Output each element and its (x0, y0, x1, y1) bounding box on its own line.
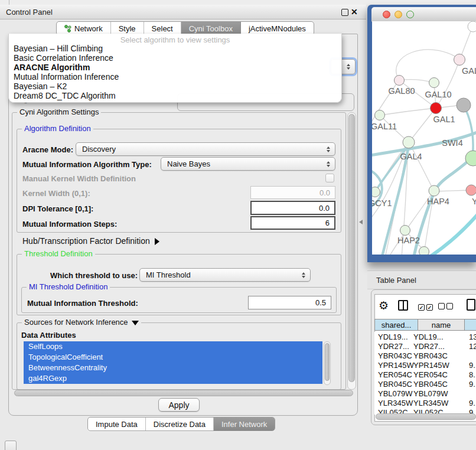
node-hap4[interactable] (429, 185, 439, 196)
checked-box-icon: ✓ (426, 304, 433, 311)
label-gal4: GAL4 (400, 152, 422, 161)
dpi-tolerance-field[interactable]: 0.0 (250, 201, 335, 215)
attributes-list-scrollbar[interactable] (324, 341, 331, 385)
hub-section-header[interactable]: Hub/Transcription Factor Definition (22, 236, 159, 246)
settings-vertical-scrollbar[interactable] (347, 112, 356, 390)
list-item-topological[interactable]: TopologicalCoefficient (24, 352, 322, 363)
mi-threshold-definition-title: MI Threshold Definition (27, 282, 110, 291)
node-gal1[interactable] (431, 103, 442, 114)
attributes-list-scrollbar-thumb[interactable] (325, 343, 330, 381)
which-threshold-value: MI Threshold (146, 270, 191, 279)
aracne-mode-value: Discovery (82, 145, 116, 154)
cell-name: YPR145W (413, 361, 449, 370)
popup-item-aracne[interactable]: ARACNE Algorithm (14, 63, 90, 72)
data-attributes-label: Data Attributes (21, 331, 76, 340)
cyni-bottom-tabbar: Impute Data Discretize Data Infer Networ… (87, 417, 275, 431)
node-gray[interactable] (457, 98, 471, 112)
column-header-name[interactable]: name (418, 319, 465, 331)
table-horizontal-scrollbar-thumb[interactable] (376, 413, 476, 420)
node-gal4[interactable] (403, 136, 415, 148)
popup-item-bayesian-hill-climbing[interactable]: Bayesian – Hill Climbing (14, 44, 103, 53)
tab-style[interactable]: Style (111, 22, 144, 35)
label-gal-partial: GAL (462, 66, 476, 76)
list-item-betweenness[interactable]: BetweennessCentrality (24, 363, 322, 373)
node-gal10[interactable] (429, 78, 439, 88)
manual-kernel-checkbox[interactable] (325, 174, 334, 182)
cell-shared: YPR145W (378, 361, 414, 370)
mac-minimize-button[interactable] (395, 11, 402, 18)
cell-value: 13 (469, 332, 476, 341)
settings-vertical-scrollbar-thumb[interactable] (348, 114, 355, 382)
manual-kernel-label: Manual Kernel Width Definition (22, 174, 136, 183)
combo-arrows-icon (327, 146, 330, 152)
tab-infer-network[interactable]: Infer Network (214, 418, 275, 431)
column-header-partial[interactable] (464, 319, 476, 331)
float-panel-icon[interactable] (341, 9, 348, 16)
cell-shared: YBL079W (378, 389, 413, 398)
which-threshold-combo[interactable]: MI Threshold (139, 268, 311, 282)
popup-item-bayesian-k2[interactable]: Bayesian – K2 (14, 81, 67, 91)
tab-cyni-toolbox[interactable]: Cyni Toolbox (181, 22, 241, 35)
splitter-collapse-icon[interactable] (359, 220, 363, 224)
dpi-tolerance-label: DPI Tolerance [0,1]: (22, 204, 93, 213)
node-hap2[interactable] (400, 226, 410, 236)
node-gcy1[interactable] (372, 187, 380, 197)
node-bottom-partial[interactable] (419, 247, 429, 255)
node-gal-partial[interactable] (454, 54, 465, 66)
network-graph: GAL GAL80 GAL10 GAL1 GAL11 GAL4 SWI4 GCY… (372, 21, 476, 255)
aracne-mode-combo[interactable]: Discovery (76, 142, 335, 156)
stepper-arrows-icon (347, 64, 350, 70)
top-strip (0, 0, 476, 5)
kernel-width-field[interactable]: 0.0 (250, 186, 335, 199)
cell-value: 12 (469, 342, 476, 351)
list-item-gal4rgexp[interactable]: gal4RGexp (24, 373, 322, 384)
close-panel-icon[interactable]: ✕ (351, 7, 358, 17)
select-all-checks-icon[interactable]: ✓✓ (418, 302, 435, 311)
label-swi4: SWI4 (442, 138, 462, 148)
unselect-all-checks-icon[interactable] (438, 302, 455, 311)
gear-icon[interactable]: ⚙ (379, 299, 389, 312)
cell-shared: YBR043C (378, 351, 412, 360)
tab-impute-data[interactable]: Impute Data (88, 418, 146, 431)
cell-shared: YDR27... (378, 342, 409, 351)
tab-select[interactable]: Select (144, 22, 181, 35)
unchecked-box-icon (446, 303, 453, 309)
cell-value: 8. (469, 370, 475, 379)
document-icon-partial[interactable] (467, 299, 475, 311)
network-canvas[interactable]: GAL GAL80 GAL10 GAL1 GAL11 GAL4 SWI4 GCY… (372, 21, 476, 255)
cell-shared: YER054C (378, 370, 412, 379)
node-unlabeled[interactable] (468, 21, 476, 32)
mac-zoom-button[interactable] (406, 11, 414, 18)
sources-group-title[interactable]: Sources for Network Inference (22, 318, 141, 327)
tab-jactivemnodules[interactable]: jActiveMNodules (241, 22, 314, 35)
tab-style-label: Style (119, 24, 136, 33)
popup-item-dream8[interactable]: Dream8 DC_TDC Algorithm (14, 91, 116, 100)
list-item-selfloops[interactable]: SelfLoops (24, 341, 322, 352)
table-horizontal-scrollbar[interactable] (376, 413, 476, 420)
dpi-tolerance-value: 0.0 (319, 204, 330, 213)
node-gal11[interactable] (375, 110, 385, 120)
node-y-partial[interactable] (466, 185, 476, 195)
tab-discretize-data[interactable]: Discretize Data (146, 418, 214, 431)
settings-horizontal-scrollbar-thumb[interactable] (14, 390, 353, 396)
kernel-width-value: 0.0 (319, 188, 330, 197)
panel-corner-button[interactable] (5, 441, 17, 450)
mi-algorithm-type-label: Mutual Information Algorithm Type: (22, 160, 152, 169)
algorithm-definition-title: Algorithm Definition (22, 124, 93, 133)
mac-close-button[interactable] (383, 11, 390, 18)
tab-impute-data-label: Impute Data (96, 420, 138, 429)
mi-threshold-value: 0.5 (315, 298, 326, 307)
mi-threshold-field[interactable]: 0.5 (248, 296, 331, 309)
apply-button[interactable]: Apply (158, 398, 200, 412)
popup-item-basic-correlation[interactable]: Basic Correlation Inference (14, 53, 113, 63)
mi-algorithm-type-combo[interactable]: Naive Bayes (161, 157, 335, 171)
column-header-shared-name[interactable]: shared... (374, 319, 418, 331)
unchecked-box-icon (438, 303, 445, 309)
split-columns-icon[interactable] (398, 300, 408, 311)
popup-item-mutual-information[interactable]: Mutual Information Inference (14, 72, 119, 81)
tab-network[interactable]: Network (57, 22, 111, 35)
settings-horizontal-scrollbar[interactable] (13, 390, 354, 396)
node-gal80[interactable] (395, 76, 405, 86)
mi-steps-field[interactable]: 6 (250, 216, 335, 230)
mi-steps-label: Mutual Information Steps: (22, 220, 117, 229)
